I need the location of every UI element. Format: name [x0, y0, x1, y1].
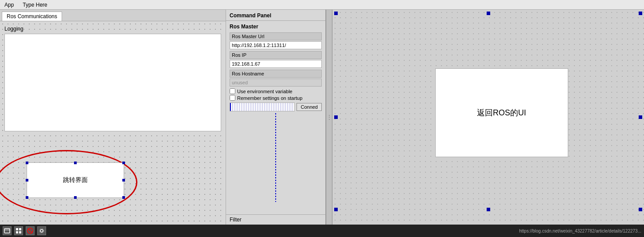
taskbar: https://blog.csdn.net/weixin_43227782/ar…	[0, 225, 644, 237]
handle-tr	[122, 162, 125, 164]
handle-tm	[74, 162, 77, 164]
panel-divider[interactable]: ⋮	[326, 10, 332, 225]
corner-dot-tr	[639, 12, 642, 15]
svg-rect-3	[19, 228, 21, 230]
left-panel: Ros Communications Logging 跳转界面	[0, 10, 226, 225]
ros-ip-value: 192.168.1.67	[230, 60, 322, 68]
corner-dot-ml	[334, 115, 338, 119]
ros-master-url-label: Ros Master Url	[230, 32, 322, 40]
left-panel-canvas: Logging 跳转界面	[0, 21, 226, 225]
ros-hostname-label: Ros Hostname	[230, 70, 322, 78]
slider-track	[230, 103, 294, 111]
connect-button[interactable]: Conned	[297, 103, 322, 111]
ros-master-title: Ros Master	[230, 24, 322, 30]
taskbar-icon-files[interactable]	[3, 226, 12, 235]
svg-rect-5	[19, 231, 21, 233]
menu-bar: App Type Here	[0, 0, 644, 10]
connect-row: Conned	[230, 103, 322, 111]
menu-type-here[interactable]: Type Here	[20, 1, 50, 9]
handle-bm	[74, 196, 77, 199]
handle-mr	[122, 179, 125, 182]
use-env-label: Use environment variable	[237, 89, 293, 94]
command-panel: Command Panel Ros Master Ros Master Url …	[226, 10, 326, 225]
ros-hostname-value: unused	[230, 79, 322, 87]
remember-settings-row: Remember settings on startup	[230, 95, 322, 101]
use-env-checkbox[interactable]	[230, 88, 235, 94]
corner-dot-bl	[334, 208, 338, 211]
ros-ui-box[interactable]: 返回ROS的UI	[435, 68, 568, 157]
remember-settings-label: Remember settings on startup	[237, 95, 302, 101]
jump-container: 跳转界面	[27, 162, 124, 198]
vertical-blue-line	[275, 113, 276, 202]
corner-dot-bm	[487, 208, 490, 211]
taskbar-icon-app[interactable]	[14, 226, 23, 235]
corner-dot-mr	[639, 115, 642, 119]
ros-master-section: Ros Master Ros Master Url http://192.168…	[226, 21, 325, 205]
command-panel-header: Command Panel	[226, 10, 325, 21]
handle-br	[122, 196, 125, 199]
taskbar-icon-settings[interactable]	[37, 226, 46, 235]
taskbar-icon-stop[interactable]	[26, 226, 35, 235]
main-content: Ros Communications Logging 跳转界面	[0, 10, 644, 225]
use-env-row: Use environment variable	[230, 88, 322, 94]
handle-bl	[26, 196, 28, 199]
handle-tl	[26, 162, 28, 164]
divider-handle-icon: ⋮	[326, 114, 332, 120]
logging-box	[4, 34, 221, 131]
handle-ml	[26, 179, 28, 182]
logging-label: Logging	[4, 26, 221, 32]
svg-rect-0	[4, 229, 10, 233]
corner-dot-tm	[487, 12, 490, 15]
logging-section: Logging	[4, 26, 221, 131]
svg-line-7	[28, 229, 32, 233]
ros-ip-label: Ros IP	[230, 51, 322, 59]
right-panel: 返回ROS的UI	[332, 10, 644, 225]
vertical-line-container	[230, 111, 322, 202]
svg-rect-2	[16, 228, 18, 230]
menu-app[interactable]: App	[2, 1, 16, 9]
ros-ui-label: 返回ROS的UI	[477, 107, 526, 118]
corner-dot-br	[639, 208, 642, 211]
svg-rect-4	[16, 231, 18, 233]
svg-point-8	[40, 229, 43, 232]
tab-ros-communications[interactable]: Ros Communications	[2, 12, 62, 21]
filter-bar: Filter	[226, 214, 325, 225]
ros-master-url-value: http://192.168.1.2:11311/	[230, 41, 322, 49]
corner-dot-tl	[334, 12, 338, 15]
jump-button-label: 跳转界面	[63, 176, 88, 184]
taskbar-url: https://blog.csdn.net/weixin_43227782/ar…	[519, 229, 641, 233]
command-panel-scroll[interactable]: Ros Master Ros Master Url http://192.168…	[226, 21, 325, 225]
slider-container[interactable]	[230, 103, 295, 111]
tab-bar: Ros Communications	[0, 10, 226, 21]
jump-button[interactable]: 跳转界面	[27, 162, 124, 198]
remember-settings-checkbox[interactable]	[230, 95, 235, 101]
